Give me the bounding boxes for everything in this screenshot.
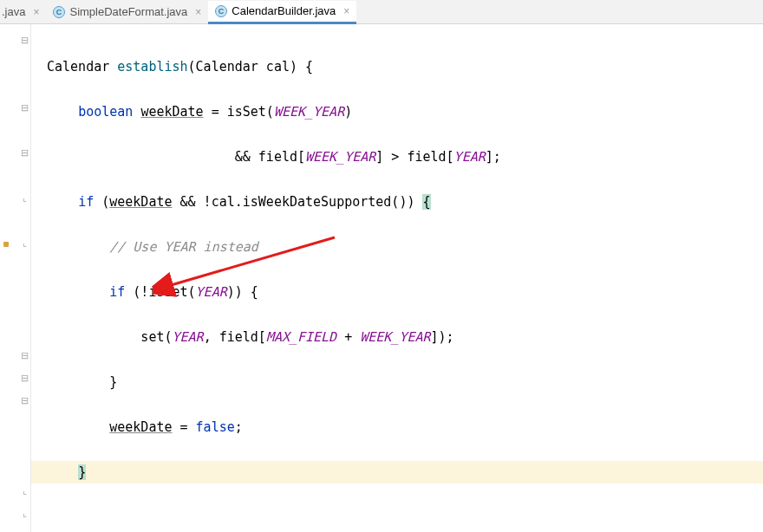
fold-end-icon[interactable]: ⌞ — [19, 237, 29, 249]
code-line: && field[WEEK_YEAR] > field[YEAR]; — [47, 146, 763, 168]
tab-label: .java — [2, 5, 25, 18]
fold-end-icon[interactable]: ⌞ — [19, 508, 29, 519]
code-line: if (!isSet(YEAR)) { — [47, 281, 763, 303]
code-area[interactable]: Calendar establish(Calendar cal) { boole… — [31, 24, 763, 532]
code-line: } — [47, 371, 763, 393]
fold-icon[interactable]: ⊟ — [19, 102, 29, 114]
editor-gutter: ⊟ ⊟ ⊟ ⌞ ⌞ ⊟ ⊟ ⊟ ⌞ ⌞ — [0, 24, 31, 532]
svg-text:C: C — [218, 7, 225, 16]
code-line: if (weekDate && !cal.isWeekDateSupported… — [47, 191, 763, 213]
code-line: Calendar establish(Calendar cal) { — [47, 55, 763, 78]
tab-label: CalendarBuilder.java — [232, 4, 336, 17]
fold-end-icon[interactable]: ⌞ — [19, 192, 29, 204]
java-class-icon: C — [215, 5, 227, 17]
tab-calendarbuilder[interactable]: C CalendarBuilder.java × — [208, 1, 356, 24]
code-line: set(YEAR, field[MAX_FIELD + WEEK_YEAR]); — [47, 326, 763, 348]
code-line — [47, 506, 763, 529]
fold-icon[interactable]: ⊟ — [19, 350, 29, 361]
close-icon[interactable]: × — [29, 6, 39, 18]
close-icon[interactable]: × — [192, 6, 201, 18]
tab-partial[interactable]: .java × — [0, 0, 46, 23]
code-line: } — [47, 461, 763, 483]
fold-icon[interactable]: ⊟ — [19, 147, 29, 159]
svg-text:C: C — [56, 8, 62, 16]
fold-icon[interactable]: ⊟ — [19, 373, 29, 384]
tab-label: SimpleDateFormat.java — [69, 5, 187, 18]
gutter-change-marker — [3, 242, 9, 247]
java-class-icon: C — [53, 6, 65, 18]
code-line: boolean weekDate = isSet(WEEK_YEAR) — [47, 101, 763, 123]
close-icon[interactable]: × — [340, 5, 349, 17]
fold-icon[interactable]: ⊟ — [19, 35, 29, 46]
fold-end-icon[interactable]: ⌞ — [19, 485, 29, 496]
editor-tabs: .java × C SimpleDateFormat.java × C Cale… — [0, 0, 763, 24]
code-line: weekDate = false; — [47, 416, 763, 438]
code-line: // Use YEAR instead — [47, 236, 763, 258]
code-editor[interactable]: ⊟ ⊟ ⊟ ⌞ ⌞ ⊟ ⊟ ⊟ ⌞ ⌞ Calendar establish(C… — [0, 24, 763, 532]
fold-icon[interactable]: ⊟ — [19, 395, 29, 406]
tab-simpledateformat[interactable]: C SimpleDateFormat.java × — [46, 0, 208, 23]
